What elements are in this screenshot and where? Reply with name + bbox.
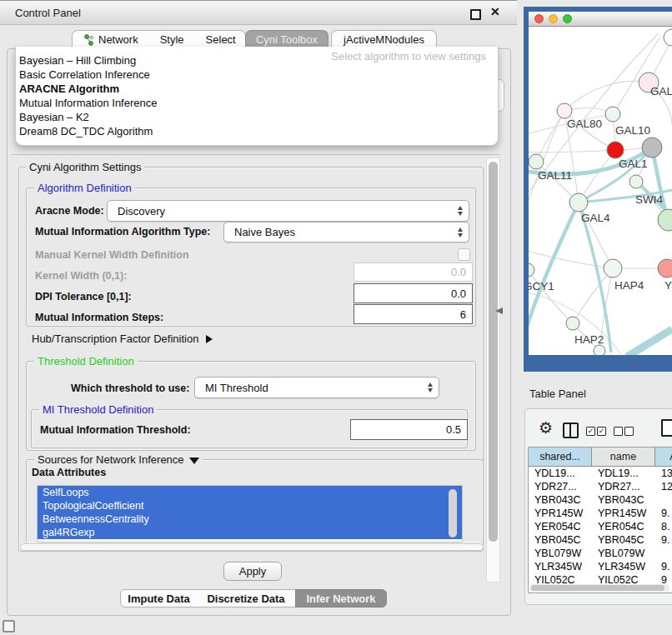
zoom-window-icon[interactable] [563, 14, 572, 23]
control-panel-title: Control Panel [15, 7, 81, 19]
tab-cyni-toolbox[interactable]: Cyni Toolbox [245, 30, 328, 48]
control-panel-titlebar: Control Panel ✕ [0, 0, 517, 25]
network-node[interactable] [594, 345, 605, 355]
mi-steps-field[interactable]: 6 [354, 304, 473, 324]
tab-discretize-data[interactable]: Discretize Data [197, 589, 296, 608]
tab-infer-network[interactable]: Infer Network [295, 589, 387, 608]
network-edge [579, 150, 615, 202]
minimized-panel-icon[interactable] [3, 620, 15, 632]
mi-type-value: Naive Bayes [234, 226, 295, 238]
table-row[interactable]: YBR045CYBR045C9. [529, 533, 672, 547]
attribute-list-item[interactable]: TopologicalCoefficient [38, 499, 462, 512]
attribute-list-item[interactable]: SelfLoops [38, 486, 462, 499]
table-cell: YIL052C [529, 574, 592, 584]
mi-type-label: Mutual Information Algorithm Type: [35, 226, 210, 238]
tab-select[interactable]: Select [195, 31, 247, 48]
hub-definition-expander[interactable]: Hub/Transcription Factor Definition [32, 332, 213, 345]
table-row[interactable]: YPR145WYPR145W9. [529, 507, 672, 520]
stepper-icon [428, 382, 433, 392]
algorithm-option[interactable]: Mutual Information Inference [19, 97, 486, 111]
algorithm-option[interactable]: Dream8 DC_TDC Algorithm [19, 125, 486, 139]
checked-checkbox-icon[interactable]: ✓ [597, 427, 606, 436]
network-node[interactable] [664, 29, 672, 46]
attribute-list-item[interactable]: gal4RGexp [38, 526, 462, 539]
dpi-tolerance-field[interactable]: 0.0 [354, 283, 473, 303]
network-node-SWI4[interactable] [629, 175, 643, 188]
node-label-GAL11: GAL11 [538, 169, 572, 182]
close-panel-icon[interactable]: ✕ [490, 5, 500, 18]
network-node-HAP4[interactable] [604, 259, 622, 278]
attribute-list-item[interactable]: BetweennessCentrality [38, 512, 462, 526]
table-header-row: shared...nameA [529, 448, 672, 467]
aracne-mode-select[interactable]: Discovery [107, 200, 469, 222]
minimize-window-icon[interactable] [549, 14, 558, 23]
network-node-Y[interactable] [658, 259, 672, 278]
node-label-GAL10: GAL10 [615, 124, 650, 137]
table-cell: YDR27... [592, 481, 655, 492]
network-node[interactable] [642, 138, 662, 158]
node-label-GAL80: GAL80 [567, 118, 602, 130]
algorithm-option[interactable]: ARACNE Algorithm [19, 82, 486, 97]
column-header-2[interactable]: name [592, 448, 655, 466]
tab-style[interactable]: Style [149, 31, 195, 48]
network-node-GAL11[interactable] [529, 154, 544, 169]
node-label-GAL: GAL [650, 85, 672, 98]
algorithm-option[interactable]: Bayesian – Hill Climbing [19, 54, 486, 68]
network-edge [564, 81, 649, 111]
which-threshold-label: Which threshold to use: [71, 382, 189, 394]
gear-icon[interactable]: ⚙ [539, 418, 553, 438]
unchecked-checkbox-icon[interactable] [624, 427, 634, 436]
network-node-GAL10[interactable] [605, 107, 620, 122]
algorithm-option[interactable]: Basic Correlation Inference [19, 68, 486, 82]
mi-algorithm-type-select[interactable]: Naive Bayes [223, 222, 469, 242]
data-attributes-list[interactable]: SelfLoopsTopologicalCoefficientBetweenne… [37, 485, 463, 542]
table-row[interactable]: YLR345WYLR345W9. [529, 560, 672, 573]
network-canvas[interactable]: GALGAL80GAL10GAL1GAL11SWI4GAL4GCY1HAP4YH… [529, 28, 672, 355]
table-cell: YDL19... [529, 468, 592, 479]
apply-button[interactable]: Apply [223, 562, 282, 581]
unchecked-checkbox-icon[interactable] [614, 427, 623, 436]
table-row[interactable]: YDR27...YDR27...12 [529, 480, 672, 493]
table-row[interactable]: YBL079WYBL079W [529, 547, 672, 560]
algorithm-option[interactable]: Bayesian – K2 [19, 111, 486, 125]
network-window-titlebar[interactable] [529, 12, 672, 27]
panel-horizontal-scrollbar[interactable] [20, 543, 484, 551]
panel-vertical-scrollbar[interactable] [486, 158, 500, 582]
sources-legend[interactable]: Sources for Network Inference [34, 453, 203, 466]
network-node-GAL4[interactable] [569, 193, 588, 212]
network-node-HAP2[interactable] [566, 317, 579, 330]
close-window-icon[interactable] [534, 14, 544, 23]
column-header-1[interactable]: shared... [529, 448, 592, 466]
kernel-width-field[interactable]: 0.0 [354, 262, 473, 282]
checked-checkbox-icon[interactable]: ✓ [586, 427, 595, 436]
scrollbar-thumb[interactable] [531, 585, 664, 591]
mi-threshold-field[interactable]: 0.5 [350, 419, 468, 440]
mi-threshold-label: Mutual Information Threshold: [40, 424, 191, 436]
float-panel-icon[interactable] [470, 9, 481, 20]
which-threshold-select[interactable]: MI Threshold [194, 377, 439, 398]
node-label-HAP4: HAP4 [614, 279, 644, 292]
table-row[interactable]: YER054CYER054C8. [529, 520, 672, 533]
table-row[interactable]: YIL052CYIL052C9 [529, 573, 672, 584]
manual-kernel-checkbox[interactable] [458, 248, 470, 261]
network-node-GAL80[interactable] [557, 103, 572, 118]
list-scrollbar-thumb[interactable] [449, 489, 457, 538]
table-horizontal-scrollbar[interactable] [529, 584, 669, 592]
tab-jactivemnodules[interactable]: jActiveMNodules [331, 30, 437, 48]
network-node-GAL1[interactable] [607, 142, 624, 158]
table-cell: YDL19... [592, 468, 655, 479]
node-table: shared...nameA YDL19...YDL19...13YDR27..… [528, 447, 672, 593]
split-columns-icon[interactable] [563, 422, 579, 438]
scrollbar-thumb[interactable] [489, 162, 498, 542]
network-node[interactable] [658, 209, 672, 231]
tab-network[interactable]: Network [73, 31, 149, 48]
table-row[interactable]: YDL19...YDL19...13 [529, 467, 672, 480]
column-header-3[interactable]: A [655, 448, 672, 466]
tab-group: Network Style Select [72, 30, 246, 48]
table-row[interactable]: YBR043CYBR043C [529, 493, 672, 507]
tab-impute-data[interactable]: Impute Data [120, 589, 198, 608]
document-icon[interactable] [661, 419, 672, 437]
stepper-icon [458, 206, 463, 216]
network-node-GCY1[interactable] [529, 263, 534, 277]
table-cell: YBL079W [592, 548, 655, 559]
